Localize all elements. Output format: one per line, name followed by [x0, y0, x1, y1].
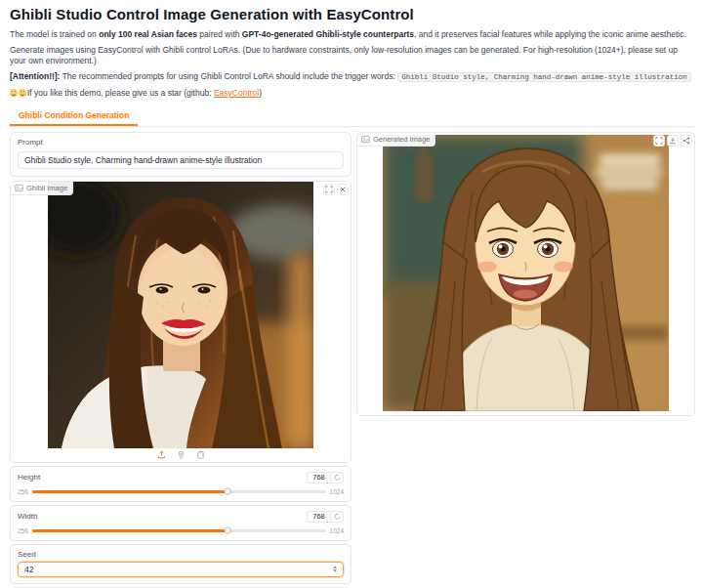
star-text: ) [259, 88, 262, 98]
source-corner-buttons [323, 184, 349, 195]
height-number-box: 768 [307, 472, 344, 483]
tab-bar: Ghibli Condition Generation [10, 105, 695, 127]
height-value[interactable]: 768 [308, 473, 331, 483]
spinner-up-icon [333, 566, 337, 568]
download-button[interactable] [667, 135, 679, 147]
intro-paragraph-2: Generate images using EasyControl with G… [10, 45, 691, 66]
seed-input[interactable]: 42 [18, 562, 344, 577]
ghibli-source-photo[interactable] [48, 182, 313, 448]
share-icon [682, 137, 690, 145]
upload-button[interactable] [157, 450, 166, 459]
seed-value: 42 [24, 565, 33, 574]
easycontrol-github-link[interactable]: EasyControl [214, 88, 259, 98]
attention-text: The recommended prompts for using Ghibli… [60, 71, 397, 81]
source-image-chip: Ghibli Image [11, 182, 73, 195]
intro-text: , and it preserves facial features while… [414, 29, 686, 39]
main-area: Prompt Ghibli Image [0, 127, 703, 588]
right-column: Generated Image [356, 132, 695, 416]
width-number-box: 768 [307, 511, 344, 523]
paste-clipboard-button[interactable] [196, 450, 205, 459]
download-icon [669, 137, 677, 145]
width-slider-fill [32, 529, 228, 532]
generated-anime-image[interactable] [383, 135, 669, 411]
webcam-icon [177, 450, 186, 459]
height-max-label: 1024 [330, 488, 344, 495]
fullscreen-icon [325, 186, 333, 193]
height-slider-fill [32, 490, 228, 493]
generated-image-stage [357, 133, 694, 415]
reset-icon [334, 513, 341, 520]
source-image-panel: Ghibli Image [10, 181, 352, 463]
spinner-down-icon [333, 569, 337, 572]
smiley-emoji-icon [10, 89, 18, 97]
header: Ghibli Studio Control Image Generation w… [0, 0, 703, 99]
generated-corner-buttons [653, 135, 692, 147]
height-slider-block: Height 768 256 1024 [10, 466, 352, 502]
source-image-toolbar [11, 448, 351, 462]
width-min-label: 256 [18, 527, 28, 534]
width-label: Width [18, 512, 37, 521]
page-title: Ghibli Studio Control Image Generation w… [10, 6, 691, 22]
prompt-group: Prompt [10, 132, 352, 177]
generated-image-chip: Generated Image [357, 133, 435, 147]
height-slider-handle[interactable] [225, 488, 231, 495]
clipboard-icon [196, 450, 205, 459]
clear-image-button[interactable] [337, 184, 349, 195]
star-paragraph: If you like this demo, please give us a … [10, 88, 691, 99]
smiley-emoji-icon [19, 89, 26, 97]
fullscreen-button[interactable] [653, 135, 665, 147]
width-slider-row: 256 1024 [18, 527, 344, 534]
intro-text: The model is trained on [10, 29, 99, 39]
prompt-input[interactable] [18, 151, 344, 169]
fullscreen-icon [655, 137, 663, 145]
attention-bold: [Attention!!]: [10, 71, 60, 81]
app-page: Ghibli Studio Control Image Generation w… [0, 0, 703, 588]
left-column: Prompt Ghibli Image [10, 132, 352, 588]
height-slider-track[interactable] [32, 490, 326, 493]
seed-label: Seed [18, 550, 344, 559]
star-text: If you like this demo, please give us a … [27, 88, 214, 98]
source-image-label: Ghibli Image [26, 184, 67, 192]
image-icon [15, 184, 23, 192]
close-icon [339, 186, 347, 193]
height-reset-button[interactable] [331, 473, 343, 483]
image-icon [361, 135, 370, 144]
fullscreen-button[interactable] [323, 184, 335, 195]
share-button[interactable] [681, 135, 692, 147]
width-slider-track[interactable] [32, 529, 326, 532]
upload-icon [157, 450, 166, 459]
height-min-label: 256 [18, 488, 28, 495]
width-slider-block: Width 768 256 1024 [10, 505, 352, 541]
intro-text: paired with [197, 29, 242, 39]
width-slider-handle[interactable] [225, 527, 231, 534]
intro-bold: only 100 real Asian faces [99, 29, 197, 39]
width-reset-button[interactable] [331, 512, 343, 522]
attention-paragraph: [Attention!!]: The recommended prompts f… [10, 71, 691, 83]
generated-image-panel: Generated Image [356, 132, 695, 416]
height-label: Height [18, 473, 40, 482]
webcam-button[interactable] [177, 450, 186, 459]
intro-paragraph-1: The model is trained on only 100 real As… [10, 29, 691, 40]
seed-block: Seed 42 [10, 544, 352, 584]
source-image-stage [11, 182, 351, 448]
width-value[interactable]: 768 [308, 512, 331, 522]
tab-ghibli-condition-generation[interactable]: Ghibli Condition Generation [10, 107, 138, 126]
seed-spinner[interactable] [333, 566, 337, 572]
intro-bold: GPT-4o-generated Ghibli-style counterpar… [242, 29, 414, 39]
generated-image-label: Generated Image [373, 135, 430, 144]
trigger-words-code: Ghibli Studio style, Charming hand-drawn… [397, 72, 691, 82]
prompt-label: Prompt [18, 138, 344, 147]
height-slider-row: 256 1024 [18, 488, 344, 495]
width-max-label: 1024 [330, 527, 344, 534]
reset-icon [334, 474, 341, 481]
